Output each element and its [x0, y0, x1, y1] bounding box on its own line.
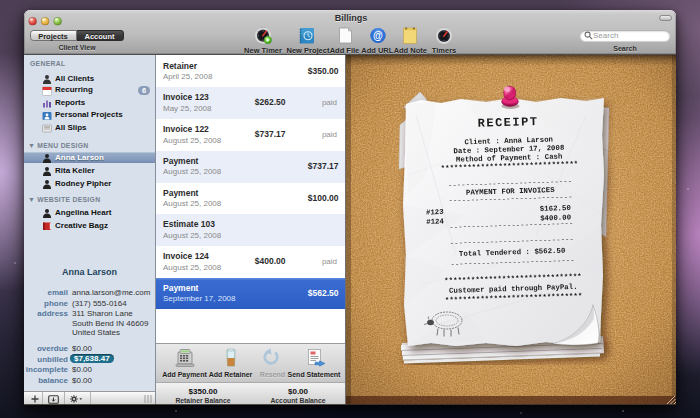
svg-text:@: @: [373, 30, 383, 41]
svg-text:$162.50: $162.50: [540, 204, 572, 213]
svg-text:#123: #123: [426, 208, 445, 217]
svg-text:#124: #124: [426, 217, 445, 226]
svg-text:RECEIPT: RECEIPT: [477, 115, 538, 131]
